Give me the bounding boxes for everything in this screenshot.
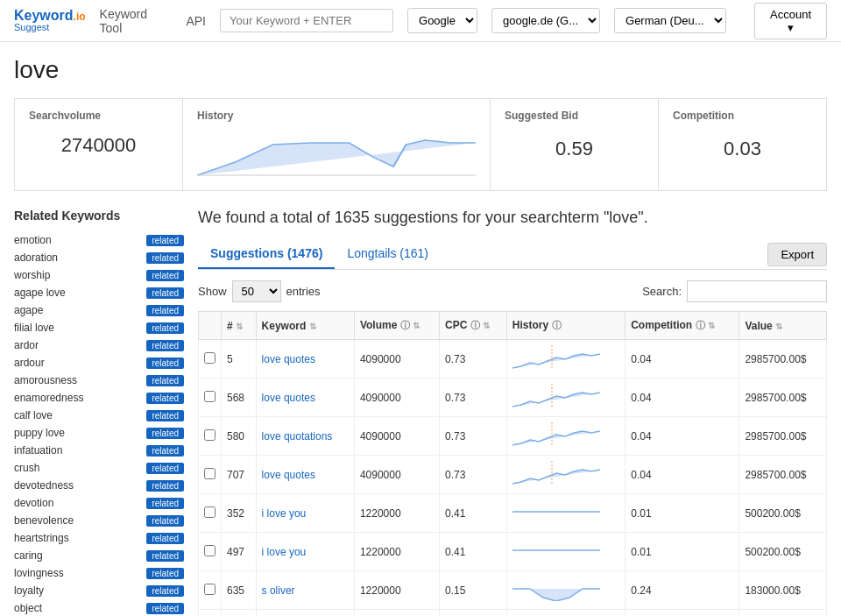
nav-keyword-tool[interactable]: Keyword Tool — [100, 7, 173, 35]
related-badge[interactable]: related — [146, 498, 184, 509]
related-item: devotedness related — [14, 477, 184, 494]
related-item-label: loyalty — [14, 584, 44, 597]
row-competition: 0.04 — [625, 456, 739, 494]
row-checkbox[interactable] — [204, 352, 216, 364]
row-competition: 0.24 — [625, 610, 739, 616]
keyword-link[interactable]: love quotes — [262, 469, 315, 481]
related-badge[interactable]: related — [146, 305, 184, 316]
table-row: 635 s oliver 1220000 0.15 0.24 183000.00… — [199, 571, 827, 610]
row-history — [506, 571, 625, 610]
related-badge[interactable]: related — [146, 252, 184, 264]
region-select[interactable]: google.de (G... — [491, 8, 600, 33]
keyword-link[interactable]: love quotes — [262, 353, 315, 365]
related-item: adoration related — [14, 249, 184, 266]
engine-select[interactable]: Google — [407, 8, 477, 33]
row-checkbox[interactable] — [204, 584, 216, 595]
row-value: 2985700.00$ — [739, 340, 827, 379]
table-row: 580 love quotations 4090000 0.73 0.04 29… — [199, 417, 827, 456]
header-value[interactable]: Value ⇅ — [739, 312, 827, 340]
keyword-link[interactable]: i love you — [262, 546, 307, 558]
language-select[interactable]: German (Deu... — [614, 8, 726, 33]
row-checkbox[interactable] — [204, 391, 216, 402]
related-badge[interactable]: related — [146, 340, 184, 351]
header-history[interactable]: History ⓘ — [506, 312, 625, 340]
page: love Searchvolume 2740000 History Sugges… — [0, 42, 841, 616]
related-item-label: amorousness — [14, 374, 77, 386]
nav-api[interactable]: API — [186, 14, 206, 28]
related-item-label: caring — [14, 549, 43, 562]
row-checkbox[interactable] — [204, 506, 216, 518]
keyword-link[interactable]: love quotes — [262, 392, 315, 404]
row-keyword: love quotes — [256, 379, 354, 417]
row-checkbox[interactable] — [204, 429, 216, 441]
entries-select[interactable]: 50 25 100 — [232, 280, 281, 302]
account-button[interactable]: Account ▾ — [754, 3, 827, 39]
row-competition: 0.01 — [625, 533, 739, 571]
related-badge[interactable]: related — [146, 445, 184, 457]
row-keyword: love quotes — [256, 340, 354, 379]
tab-suggestions[interactable]: Suggestions (1476) — [198, 239, 335, 269]
related-item-label: adoration — [14, 251, 58, 264]
related-badge[interactable]: related — [146, 358, 184, 369]
related-item-label: worship — [14, 269, 50, 281]
row-value: 2985700.00$ — [739, 417, 827, 456]
header-cpc[interactable]: CPC ⓘ ⇅ — [440, 312, 507, 340]
header-volume[interactable]: Volume ⓘ ⇅ — [354, 312, 439, 340]
row-volume: 4090000 — [354, 340, 439, 379]
row-volume: 1220000 — [354, 610, 439, 616]
row-competition: 0.04 — [625, 379, 739, 417]
row-checkbox[interactable] — [204, 545, 216, 556]
related-badge[interactable]: related — [146, 270, 184, 281]
logo-keyword: Keyword.io — [14, 9, 86, 23]
searchvolume-label: Searchvolume — [29, 110, 168, 122]
related-badge[interactable]: related — [146, 287, 184, 299]
related-item: devotion related — [14, 494, 184, 512]
related-badge[interactable]: related — [146, 550, 184, 562]
row-checkbox-cell — [199, 379, 222, 417]
related-item-label: object — [14, 602, 42, 614]
row-checkbox[interactable] — [204, 468, 216, 479]
related-item-label: crush — [14, 462, 39, 474]
row-keyword: s oliver — [256, 610, 354, 616]
related-badge[interactable]: related — [146, 375, 184, 386]
related-badge[interactable]: related — [146, 603, 184, 614]
related-badge[interactable]: related — [146, 393, 184, 404]
keyword-link[interactable]: love quotations — [262, 430, 333, 443]
sparkline-svg — [512, 499, 600, 524]
row-history — [506, 340, 625, 379]
header-keyword[interactable]: Keyword ⇅ — [256, 312, 354, 340]
sparkline-svg — [512, 538, 600, 563]
row-competition: 0.04 — [625, 417, 739, 456]
export-button[interactable]: Export — [767, 243, 827, 266]
sidebar: Related Keywords emotion relatedadoratio… — [14, 209, 198, 616]
related-badge[interactable]: related — [146, 533, 184, 544]
related-badge[interactable]: related — [146, 585, 184, 597]
keyword-link[interactable]: s oliver — [262, 584, 295, 597]
related-badge[interactable]: related — [146, 235, 184, 246]
related-badge[interactable]: related — [146, 515, 184, 527]
row-keyword: i love you — [256, 533, 354, 571]
related-badge[interactable]: related — [146, 568, 184, 579]
search-input[interactable] — [220, 9, 393, 32]
keyword-link[interactable]: i love you — [262, 507, 307, 520]
row-volume: 1220000 — [354, 533, 439, 571]
related-item-label: infatuation — [14, 444, 62, 457]
table-search-input[interactable] — [687, 280, 827, 302]
header-num[interactable]: # ⇅ — [222, 312, 257, 340]
related-badge[interactable]: related — [146, 480, 184, 492]
row-cpc: 0.15 — [440, 571, 507, 610]
sparkline-svg — [512, 384, 600, 408]
related-item: caring related — [14, 547, 184, 564]
related-item: puppy love related — [14, 424, 184, 442]
row-cpc: 0.73 — [440, 417, 507, 456]
related-badge[interactable]: related — [146, 463, 184, 474]
header-competition[interactable]: Competition ⓘ ⇅ — [625, 312, 739, 340]
related-badge[interactable]: related — [146, 322, 184, 334]
row-cpc: 0.41 — [440, 533, 507, 571]
table-row: 694 s oliver 1220000 0.15 0.24 183000.00… — [199, 610, 827, 616]
related-badge[interactable]: related — [146, 428, 184, 439]
tab-longtails[interactable]: Longtails (161) — [335, 239, 441, 269]
related-badge[interactable]: related — [146, 410, 184, 421]
row-value: 183000.00$ — [739, 610, 827, 616]
related-item-label: agape — [14, 304, 43, 316]
